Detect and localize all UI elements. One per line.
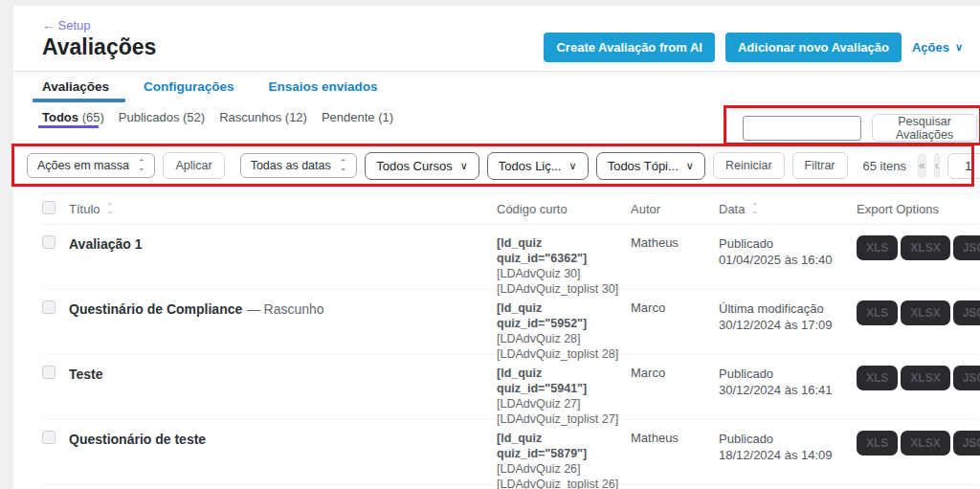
- export-xlsx-button[interactable]: XLSX: [901, 431, 949, 456]
- export-xlsx-button[interactable]: XLSX: [901, 235, 949, 260]
- table-row: Teste [ld_quiz quiz_id="5941"] [LDAdvQui…: [42, 355, 978, 420]
- row-shortcodes: [ld_quiz quiz_id="5941"] [LDAdvQuiz 27] …: [497, 366, 631, 427]
- row-author: Matheus: [631, 235, 719, 250]
- select-all-checkbox[interactable]: [42, 201, 56, 214]
- acoes-dropdown[interactable]: Ações ∨: [912, 40, 963, 55]
- row-title-link[interactable]: Questinário de Compliance: [69, 301, 242, 317]
- filter-pendente[interactable]: Pendente (1): [322, 110, 393, 124]
- bulk-actions-select[interactable]: Ações em massa ⌃⌄: [27, 153, 155, 178]
- filter-todos-label: Todos: [42, 110, 78, 124]
- filter-todos-count: (65): [82, 110, 104, 124]
- pagination-prev-button[interactable]: ‹: [934, 153, 940, 178]
- active-filter-underline: [38, 125, 99, 128]
- lessons-filter-label: Todos Liç...: [499, 159, 562, 173]
- topics-filter-label: Todos Tópi...: [608, 159, 679, 173]
- header-actions: Create Avaliação from AI Adicionar novo …: [544, 33, 963, 62]
- setup-back-link[interactable]: ← Setup: [42, 18, 91, 33]
- tab-ensaios-enviados[interactable]: Ensaios enviados: [269, 79, 378, 94]
- filter-rascunhos-count: (12): [285, 110, 307, 124]
- items-count: 65 itens: [863, 159, 907, 173]
- row-checkbox[interactable]: [42, 300, 56, 314]
- row-title-link[interactable]: Questionário de teste: [69, 432, 206, 447]
- column-header-export-options: Export Options: [857, 202, 978, 216]
- table-header-row: Título ⌃⌄ Código curto Autor Data ⌃⌄ Exp…: [42, 193, 978, 225]
- add-new-avaliacao-button[interactable]: Adicionar novo Avaliação: [725, 33, 902, 62]
- column-header-data-label: Data: [719, 202, 745, 216]
- filter-rascunhos[interactable]: Rascunhos (12): [219, 110, 307, 124]
- tab-bar: Avaliações Configurações Ensaios enviado…: [42, 79, 378, 94]
- row-checkbox[interactable]: [42, 431, 56, 444]
- search-input[interactable]: [743, 116, 861, 141]
- export-json-button[interactable]: JSON: [953, 300, 980, 325]
- export-xls-button[interactable]: XLS: [857, 300, 898, 325]
- column-header-codigo-curto: Código curto: [497, 202, 631, 216]
- row-export-options: XLS XLSX JSON: [857, 431, 978, 456]
- column-header-titulo-label: Título: [69, 202, 100, 216]
- row-title-link[interactable]: Teste: [69, 367, 103, 382]
- chevron-down-icon: ∨: [686, 160, 694, 172]
- dates-filter-label: Todas as datas: [251, 159, 331, 172]
- courses-filter-select[interactable]: Todos Cursos ∨: [365, 152, 479, 180]
- pagination-current-page-input[interactable]: [947, 153, 980, 179]
- chevron-down-icon: ∨: [569, 160, 577, 172]
- header-divider: [13, 71, 980, 72]
- chevron-down-icon: ∨: [955, 41, 963, 54]
- select-updown-icon: ⌃⌄: [340, 161, 347, 170]
- row-author: Marco: [631, 300, 719, 315]
- row-date: Última modificação 30/12/2024 às 17:09: [719, 300, 857, 333]
- row-export-options: XLS XLSX JSON: [857, 235, 978, 260]
- search-button[interactable]: Pesquisar Avaliações: [872, 114, 977, 142]
- export-xlsx-button[interactable]: XLSX: [901, 300, 949, 325]
- table-row: Avaliação 1 [ld_quiz quiz_id="6362"] [LD…: [42, 225, 978, 290]
- row-title-link[interactable]: Avaliação 1: [69, 236, 143, 252]
- export-json-button[interactable]: JSON: [953, 235, 980, 260]
- filter-pendente-count: (1): [378, 110, 393, 124]
- topics-filter-select[interactable]: Todos Tópi... ∨: [596, 152, 705, 180]
- list-toolbar: Ações em massa ⌃⌄ Aplicar Todas as datas…: [27, 151, 961, 180]
- apply-button[interactable]: Aplicar: [163, 152, 224, 179]
- pagination-first-button[interactable]: «: [918, 153, 926, 178]
- column-header-data[interactable]: Data ⌃⌄: [719, 202, 758, 216]
- export-xls-button[interactable]: XLS: [857, 431, 898, 456]
- filter-publicados-label: Publicados: [119, 110, 180, 124]
- row-checkbox[interactable]: [42, 235, 56, 249]
- row-shortcodes: [ld_quiz quiz_id="5879"] [LDAdvQuiz 26] …: [497, 431, 631, 489]
- row-shortcodes: [ld_quiz quiz_id="6362"] [LDAdvQuiz 30] …: [497, 235, 631, 297]
- export-xls-button[interactable]: XLS: [857, 366, 898, 390]
- page-title: Avaliações: [42, 34, 156, 60]
- row-checkbox[interactable]: [42, 366, 56, 379]
- dates-filter-select[interactable]: Todas as datas ⌃⌄: [240, 153, 358, 178]
- export-json-button[interactable]: JSON: [953, 366, 980, 390]
- chevron-down-icon: ∨: [460, 160, 468, 172]
- filter-rascunhos-label: Rascunhos: [219, 110, 281, 124]
- row-date: Publicado 01/04/2025 às 16:40: [719, 235, 857, 268]
- row-export-options: XLS XLSX JSON: [857, 300, 978, 325]
- avaliacoes-table: Título ⌃⌄ Código curto Autor Data ⌃⌄ Exp…: [42, 193, 978, 485]
- table-row: Questinário de Compliance — Rascunho [ld…: [42, 290, 978, 355]
- lessons-filter-select[interactable]: Todos Liç... ∨: [487, 152, 589, 180]
- row-date: Publicado 30/12/2024 às 16:41: [719, 366, 857, 398]
- create-avaliacao-from-ai-button[interactable]: Create Avaliação from AI: [544, 33, 714, 62]
- bulk-actions-label: Ações em massa: [37, 159, 129, 172]
- export-xls-button[interactable]: XLS: [857, 235, 898, 260]
- row-author: Matheus: [631, 431, 719, 445]
- tab-configuracoes[interactable]: Configurações: [144, 79, 234, 94]
- filter-pendente-label: Pendente: [322, 110, 375, 124]
- courses-filter-label: Todos Cursos: [376, 159, 452, 173]
- row-shortcodes: [ld_quiz quiz_id="5952"] [LDAdvQuiz 28] …: [497, 300, 631, 362]
- export-json-button[interactable]: JSON: [953, 431, 980, 456]
- filter-todos[interactable]: Todos (65): [42, 110, 104, 124]
- sort-icon: ⌃⌄: [107, 205, 114, 213]
- export-xlsx-button[interactable]: XLSX: [901, 366, 949, 390]
- table-row: Questionário de teste [ld_quiz quiz_id="…: [42, 420, 978, 485]
- reset-button[interactable]: Reiniciar: [713, 152, 785, 179]
- row-date: Publicado 18/12/2024 às 14:09: [719, 431, 857, 463]
- column-header-titulo[interactable]: Título ⌃⌄: [69, 202, 113, 216]
- filter-button[interactable]: Filtrar: [792, 152, 848, 179]
- tab-avaliacoes[interactable]: Avaliações: [42, 79, 109, 94]
- row-author: Marco: [631, 366, 719, 380]
- filter-publicados[interactable]: Publicados (52): [119, 110, 205, 124]
- select-updown-icon: ⌃⌄: [138, 161, 145, 170]
- filter-publicados-count: (52): [183, 110, 205, 124]
- content-panel: ← Setup Avaliações Create Avaliação from…: [13, 6, 980, 489]
